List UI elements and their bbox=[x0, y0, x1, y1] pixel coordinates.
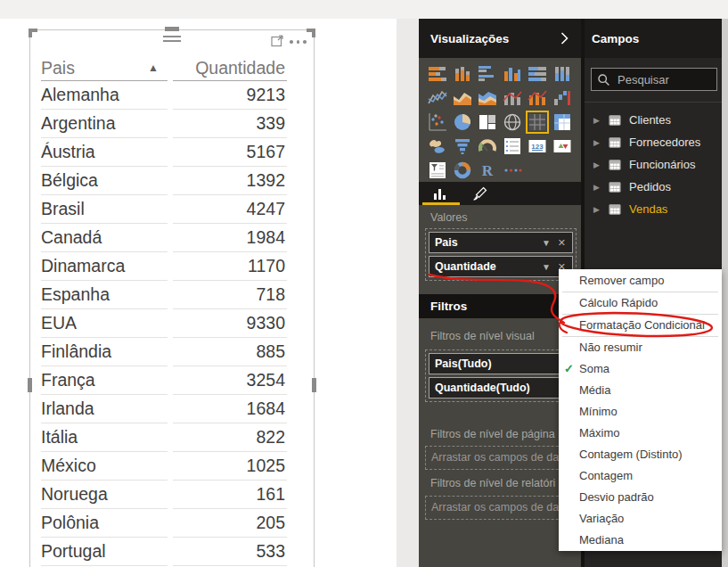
map-icon[interactable] bbox=[503, 112, 522, 132]
table-row[interactable]: Brasil 4247 bbox=[41, 195, 287, 224]
resize-handle-top-right[interactable] bbox=[307, 29, 315, 37]
context-menu-item[interactable]: ✓ Não resumir bbox=[559, 337, 722, 358]
stacked-column-chart-icon[interactable] bbox=[453, 64, 472, 84]
column-header-quantidade[interactable]: Quantidade bbox=[173, 55, 287, 81]
drag-handle-icon[interactable] bbox=[163, 36, 181, 43]
funnel-icon[interactable] bbox=[453, 136, 472, 156]
tab-format[interactable] bbox=[462, 185, 497, 202]
focus-mode-icon[interactable] bbox=[271, 34, 284, 47]
field-well[interactable]: Quantidade ▼ ✕ bbox=[429, 256, 573, 277]
table-row[interactable]: Dinamarca 1170 bbox=[41, 252, 287, 281]
collapse-panel-icon[interactable] bbox=[560, 32, 568, 45]
context-menu-item[interactable]: ✓ Contagem (Distinto) bbox=[559, 444, 722, 465]
context-menu-item[interactable]: ✓ Variação bbox=[559, 508, 722, 530]
more-visuals-icon[interactable] bbox=[503, 160, 522, 180]
hundred-stacked-column-chart-icon[interactable] bbox=[552, 64, 572, 84]
context-menu-item[interactable]: ✓ Formatação Condicional bbox=[559, 315, 722, 337]
line-chart-icon[interactable] bbox=[428, 88, 447, 108]
area-chart-icon[interactable] bbox=[453, 88, 472, 108]
resize-handle-right[interactable] bbox=[312, 378, 316, 392]
fields-panel-scrollbar[interactable] bbox=[722, 19, 728, 567]
caret-down-icon[interactable]: ▼ bbox=[542, 238, 551, 248]
stacked-area-chart-icon[interactable] bbox=[478, 88, 497, 108]
table-row[interactable]: Noruega 161 bbox=[41, 481, 287, 509]
table-row[interactable]: Polônia 205 bbox=[41, 509, 287, 538]
caret-down-icon[interactable]: ▼ bbox=[542, 262, 551, 272]
expand-arrow-icon[interactable]: ▶ bbox=[593, 205, 601, 214]
tab-fields[interactable] bbox=[422, 185, 458, 202]
table-row[interactable]: Espanha 718 bbox=[41, 281, 287, 309]
filter-well[interactable]: Quantidade(Tudo) bbox=[429, 377, 573, 399]
line-clustered-column-chart-icon[interactable] bbox=[528, 88, 547, 108]
stacked-bar-chart-icon[interactable] bbox=[428, 64, 447, 84]
field-table-row[interactable]: ▶ Vendas bbox=[585, 198, 722, 220]
table-row[interactable]: Áustria 5167 bbox=[41, 138, 287, 167]
expand-arrow-icon[interactable]: ▶ bbox=[593, 160, 601, 169]
remove-field-icon[interactable]: ✕ bbox=[558, 237, 566, 249]
expand-arrow-icon[interactable]: ▶ bbox=[593, 138, 601, 147]
scatter-chart-icon[interactable] bbox=[428, 112, 447, 132]
more-options-icon[interactable] bbox=[290, 40, 309, 45]
page-filters-dropzone[interactable]: Arrastar os campos de da bbox=[425, 446, 577, 470]
kpi-icon[interactable] bbox=[552, 136, 572, 156]
table-visual[interactable]: Pais ▲ Quantidade Alemanha 9213 bbox=[29, 29, 315, 567]
context-menu-item-label: Contagem (Distinto) bbox=[579, 448, 683, 461]
filled-map-icon[interactable] bbox=[428, 136, 447, 156]
context-menu-item[interactable]: ✓ Máximo bbox=[559, 423, 722, 444]
hundred-stacked-bar-chart-icon[interactable] bbox=[528, 64, 547, 84]
resize-handle-top[interactable] bbox=[165, 27, 179, 31]
sort-ascending-icon[interactable]: ▲ bbox=[148, 62, 168, 74]
expand-arrow-icon[interactable]: ▶ bbox=[593, 116, 601, 125]
column-header-pais[interactable]: Pais ▲ bbox=[41, 55, 168, 81]
report-filters-dropzone[interactable]: Arrastar os campos de da bbox=[425, 496, 577, 520]
canvas-scrollbar[interactable] bbox=[397, 19, 419, 567]
table-row[interactable]: Bélgica 1392 bbox=[41, 167, 287, 195]
table-row[interactable]: França 3254 bbox=[41, 366, 287, 395]
field-table-row[interactable]: ▶ Pedidos bbox=[585, 176, 722, 198]
context-menu-item[interactable]: ✓ Remover campo bbox=[559, 270, 722, 292]
card-icon[interactable]: 123 bbox=[528, 136, 547, 156]
search-box[interactable] bbox=[591, 68, 717, 91]
context-menu-item[interactable]: ✓ Desvio padrão bbox=[559, 487, 722, 508]
field-table-row[interactable]: ▶ Clientes bbox=[585, 109, 722, 131]
search-input[interactable] bbox=[618, 73, 707, 86]
table-row[interactable]: EUA 9330 bbox=[41, 309, 287, 338]
table-row[interactable]: Canadá 1984 bbox=[41, 224, 287, 252]
context-menu-item[interactable]: ✓ Média bbox=[559, 380, 722, 401]
table-row[interactable]: Finlândia 885 bbox=[41, 338, 287, 366]
context-menu-item[interactable]: ✓ Contagem bbox=[559, 465, 722, 487]
values-label: Valores bbox=[430, 211, 467, 224]
context-menu-item[interactable]: ✓ Cálculo Rápido bbox=[559, 292, 722, 315]
table-row[interactable]: Portugal 533 bbox=[41, 538, 287, 566]
multi-row-card-icon[interactable] bbox=[503, 136, 522, 156]
donut-chart-icon[interactable] bbox=[453, 160, 472, 180]
waterfall-chart-icon[interactable] bbox=[552, 88, 572, 108]
table-row[interactable]: Alemanha 9213 bbox=[41, 81, 287, 110]
matrix-icon[interactable] bbox=[552, 112, 572, 132]
resize-handle-top-left[interactable] bbox=[29, 29, 37, 37]
field-well[interactable]: Pais ▼ ✕ bbox=[429, 232, 573, 253]
context-menu-item[interactable]: ✓ Soma bbox=[559, 358, 722, 380]
field-table-label: Vendas bbox=[629, 202, 667, 216]
filter-well[interactable]: Pais(Tudo) bbox=[429, 353, 573, 374]
table-icon[interactable] bbox=[528, 112, 547, 132]
pie-chart-icon[interactable] bbox=[453, 112, 472, 132]
field-table-row[interactable]: ▶ Funcionários bbox=[585, 153, 722, 176]
table-row[interactable]: México 1025 bbox=[41, 452, 287, 481]
r-script-icon[interactable]: R bbox=[478, 160, 497, 180]
gauge-icon[interactable] bbox=[478, 136, 497, 156]
table-row[interactable]: Argentina 339 bbox=[41, 110, 287, 138]
table-row[interactable]: Itália 822 bbox=[41, 423, 287, 452]
slicer-icon[interactable] bbox=[428, 160, 447, 180]
expand-arrow-icon[interactable]: ▶ bbox=[593, 183, 601, 192]
context-menu-item[interactable]: ✓ Mínimo bbox=[559, 401, 722, 423]
context-menu-item[interactable]: ✓ Mediana bbox=[559, 530, 722, 551]
clustered-column-chart-icon[interactable] bbox=[503, 64, 522, 84]
field-table-row[interactable]: ▶ Fornecedores bbox=[585, 131, 722, 153]
line-stacked-column-chart-icon[interactable] bbox=[503, 88, 522, 108]
clustered-bar-chart-icon[interactable] bbox=[478, 64, 497, 84]
resize-handle-left[interactable] bbox=[28, 378, 32, 392]
table-row[interactable]: Irlanda 1684 bbox=[41, 395, 287, 423]
treemap-icon[interactable] bbox=[478, 112, 497, 132]
search-icon bbox=[597, 73, 610, 86]
